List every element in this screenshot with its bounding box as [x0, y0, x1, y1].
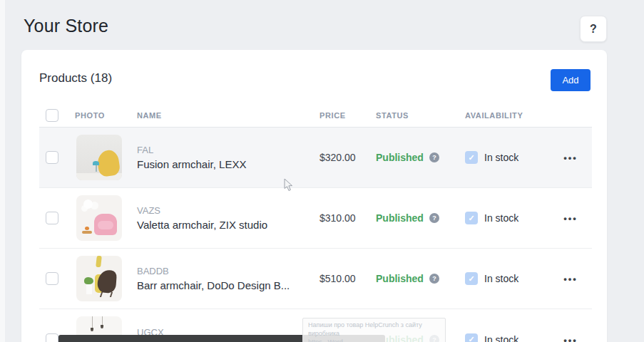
availability-cell: ✓ In stock — [465, 212, 518, 224]
product-price: $310.00 — [320, 212, 356, 224]
status-label: Published — [376, 152, 424, 163]
column-header-photo: PHOTO — [75, 111, 105, 120]
app-window: Your Store ? Products (18) Add PHOTO NAM… — [0, 0, 644, 342]
product-name-cell: FAL Fusion armchair, LEXX — [137, 145, 246, 171]
product-price: $320.00 — [320, 152, 356, 163]
panel-title: Products (18) — [39, 71, 112, 86]
status-label: Published — [376, 273, 424, 284]
table-row[interactable]: BADDB Barr armchair, DoDo Design B... $5… — [39, 249, 592, 309]
checkmark-icon: ✓ — [468, 154, 474, 162]
table-row[interactable]: FAL Fusion armchair, LEXX $320.00 Publis… — [39, 128, 592, 188]
availability-label: In stock — [484, 273, 518, 284]
product-photo — [76, 256, 122, 301]
row-checkbox[interactable] — [46, 333, 58, 342]
product-status: Published ? — [376, 273, 439, 284]
product-name: Barr armchair, DoDo Design B... — [137, 279, 290, 292]
help-button[interactable]: ? — [580, 16, 607, 42]
product-name-cell: VAZS Valetta armchair, ZIX studio — [137, 205, 267, 232]
product-sku: FAL — [137, 145, 246, 155]
product-sku: VAZS — [137, 205, 267, 216]
column-header-availability: AVAILABILITY — [465, 111, 523, 120]
product-sku: BADDB — [137, 266, 290, 276]
in-stock-checkbox[interactable]: ✓ — [465, 333, 478, 342]
row-actions-menu[interactable]: ••• — [555, 152, 586, 163]
select-all-checkbox[interactable] — [46, 109, 58, 122]
availability-cell: ✓ In stock — [465, 272, 518, 285]
availability-cell: ✓ In stock — [465, 151, 518, 164]
product-name-cell: BADDB Barr armchair, DoDo Design B... — [137, 266, 290, 292]
product-photo — [76, 195, 122, 241]
window-edge — [0, 0, 5, 342]
table-header-row: PHOTO NAME PRICE STATUS AVAILABILITY — [39, 104, 592, 128]
availability-cell: ✓ In stock — [465, 333, 518, 342]
in-stock-checkbox[interactable]: ✓ — [465, 151, 478, 164]
column-header-name: NAME — [137, 111, 162, 120]
row-actions-menu[interactable]: ••• — [555, 334, 586, 342]
question-badge-icon[interactable]: ? — [429, 213, 439, 223]
question-badge-icon[interactable]: ? — [429, 274, 439, 284]
checkmark-icon: ✓ — [468, 214, 474, 222]
row-actions-menu[interactable]: ••• — [555, 213, 586, 224]
question-badge-icon[interactable]: ? — [429, 152, 439, 162]
table-row[interactable]: VAZS Valetta armchair, ZIX studio $310.0… — [39, 188, 592, 249]
availability-label: In stock — [484, 152, 518, 163]
column-header-price: PRICE — [320, 111, 346, 120]
products-panel: Products (18) Add PHOTO NAME PRICE STATU… — [21, 50, 607, 342]
product-price: $510.00 — [320, 273, 356, 284]
availability-label: In stock — [484, 334, 518, 342]
row-actions-menu[interactable]: ••• — [555, 274, 586, 284]
product-status: Published ? — [376, 212, 439, 224]
product-status: Published ? — [376, 152, 439, 163]
row-checkbox[interactable] — [46, 212, 58, 224]
mouse-cursor-icon — [284, 179, 295, 192]
page-title: Your Store — [24, 16, 108, 36]
in-stock-checkbox[interactable]: ✓ — [465, 272, 478, 285]
column-header-status: STATUS — [376, 111, 409, 120]
availability-label: In stock — [484, 212, 518, 224]
document-tooltip: Напиши про товар HelpCrunch з сайту виро… — [302, 318, 446, 342]
product-name: Valetta armchair, ZIX studio — [137, 219, 267, 232]
checkmark-icon: ✓ — [468, 336, 474, 342]
add-product-button[interactable]: Add — [551, 69, 591, 91]
in-stock-checkbox[interactable]: ✓ — [465, 212, 478, 224]
tooltip-line1: Напиши про товар HelpCrunch з сайту виро… — [308, 321, 440, 338]
product-photo — [76, 135, 122, 180]
tooltip-line2: https - Word — [308, 338, 440, 342]
product-name: Fusion armchair, LEXX — [137, 158, 246, 171]
row-checkbox[interactable] — [46, 151, 58, 164]
checkmark-icon: ✓ — [468, 275, 474, 283]
row-checkbox[interactable] — [46, 272, 58, 285]
status-label: Published — [376, 212, 424, 224]
